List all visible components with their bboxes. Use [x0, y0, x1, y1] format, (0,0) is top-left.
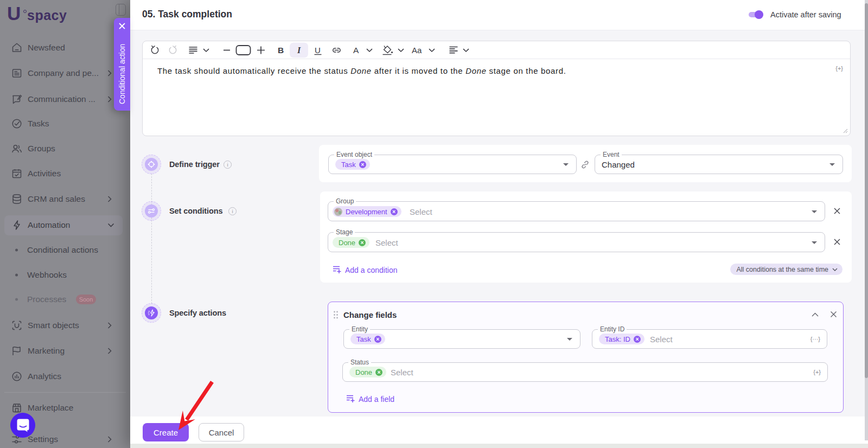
- svg-text:Aa: Aa: [412, 46, 422, 55]
- svg-text:I: I: [297, 46, 301, 55]
- svg-text:U: U: [315, 46, 321, 55]
- svg-text:A: A: [353, 46, 359, 55]
- svg-text:B: B: [278, 46, 284, 55]
